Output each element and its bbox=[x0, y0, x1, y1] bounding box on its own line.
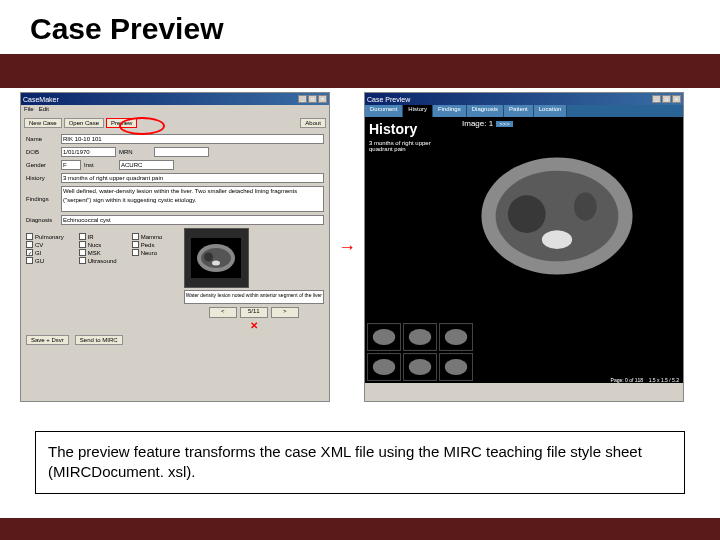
diagnosis-label: Diagnosis bbox=[26, 217, 58, 223]
ct-scan-main bbox=[462, 131, 652, 301]
tab-patient[interactable]: Patient bbox=[504, 105, 534, 117]
svg-point-10 bbox=[574, 192, 597, 220]
history-label: History bbox=[26, 175, 58, 181]
next-image-button[interactable]: > bbox=[271, 307, 299, 318]
history-column: History 3 months of right upper quadrant… bbox=[365, 117, 460, 321]
casemaker-window: CaseMaker _ □ × File Edit New Case Open … bbox=[20, 92, 330, 402]
close-button[interactable]: × bbox=[318, 95, 327, 103]
tab-history[interactable]: History bbox=[403, 105, 433, 117]
maximize-button[interactable]: □ bbox=[308, 95, 317, 103]
check-label: IR bbox=[88, 234, 94, 240]
check-label: Pulmonary bbox=[35, 234, 64, 240]
check-label: CV bbox=[35, 242, 43, 248]
slide-title: Case Preview bbox=[0, 0, 720, 54]
checkbox-nucs[interactable] bbox=[79, 241, 86, 248]
window-controls: _ □ × bbox=[652, 95, 681, 103]
page-info: Page: 0 of 118 1.5 x 1.5 / 5.2 bbox=[480, 377, 683, 383]
new-case-button[interactable]: New Case bbox=[24, 118, 62, 128]
checkbox-gi[interactable]: ✓ bbox=[26, 249, 33, 256]
checkbox-pulmonary[interactable] bbox=[26, 233, 33, 240]
right-titlebar: Case Preview _ □ × bbox=[365, 93, 683, 105]
send-mirc-button[interactable]: Send to MIRC bbox=[75, 335, 123, 345]
gender-label: Gender bbox=[26, 162, 58, 168]
preview-window: Case Preview _ □ × Document History Find… bbox=[364, 92, 684, 402]
prev-image-button[interactable]: < bbox=[209, 307, 237, 318]
menu-edit[interactable]: Edit bbox=[39, 106, 49, 112]
header-band bbox=[0, 54, 720, 88]
checkbox-mammo[interactable] bbox=[132, 233, 139, 240]
check-label: Ultrasound bbox=[88, 258, 117, 264]
check-label: Peds bbox=[141, 242, 155, 248]
strip-thumb[interactable] bbox=[439, 323, 473, 351]
check-label: Neuro bbox=[141, 250, 157, 256]
history-field[interactable]: 3 months of right upper quadrant pain bbox=[61, 173, 324, 183]
svg-point-3 bbox=[204, 253, 213, 262]
checkbox-msk[interactable] bbox=[79, 249, 86, 256]
mrn-field[interactable] bbox=[154, 147, 209, 157]
mrn-label: MRN bbox=[119, 149, 151, 155]
minimize-button[interactable]: _ bbox=[298, 95, 307, 103]
svg-point-14 bbox=[409, 329, 431, 345]
tab-diagnosis[interactable]: Diagnosis bbox=[467, 105, 504, 117]
checkbox-neuro[interactable] bbox=[132, 249, 139, 256]
strip-thumb[interactable] bbox=[367, 323, 401, 351]
preview-body: History 3 months of right upper quadrant… bbox=[365, 117, 683, 321]
check-col-1: Pulmonary CV ✓GI GU bbox=[26, 233, 64, 264]
open-case-button[interactable]: Open Case bbox=[64, 118, 104, 128]
inst-field[interactable]: ACURC bbox=[119, 160, 174, 170]
about-button[interactable]: About bbox=[300, 118, 326, 128]
caption-box: The preview feature transforms the case … bbox=[35, 431, 685, 494]
left-app-title: CaseMaker bbox=[23, 96, 59, 103]
menubar: File Edit bbox=[21, 105, 329, 115]
maximize-button[interactable]: □ bbox=[662, 95, 671, 103]
next-button[interactable]: >>> bbox=[496, 121, 513, 127]
svg-point-12 bbox=[373, 329, 395, 345]
diagnosis-field[interactable]: Echinococcal cyst bbox=[61, 215, 324, 225]
check-label: Mammo bbox=[141, 234, 163, 240]
right-app-title: Case Preview bbox=[367, 96, 410, 103]
image-thumbnail[interactable] bbox=[184, 228, 249, 288]
form-area: Name RIK 10-10 101 DOB 1/01/1970 MRN Gen… bbox=[21, 131, 329, 348]
checkbox-gu[interactable] bbox=[26, 257, 33, 264]
strip-thumb[interactable] bbox=[439, 353, 473, 381]
minimize-button[interactable]: _ bbox=[652, 95, 661, 103]
svg-point-8 bbox=[508, 195, 546, 233]
image-counter: 5/11 bbox=[240, 307, 268, 318]
checkbox-peds[interactable] bbox=[132, 241, 139, 248]
close-button[interactable]: × bbox=[672, 95, 681, 103]
name-field[interactable]: RIK 10-10 101 bbox=[61, 134, 324, 144]
checkbox-cv[interactable] bbox=[26, 241, 33, 248]
tab-location[interactable]: Location bbox=[534, 105, 568, 117]
inst-label: Inst bbox=[84, 162, 116, 168]
check-label: GI bbox=[35, 250, 41, 256]
toolbar: New Case Open Case Preview About bbox=[21, 115, 329, 131]
history-text: 3 months of right upper quadrant pain bbox=[369, 140, 456, 152]
checkbox-ultrasound[interactable] bbox=[79, 257, 86, 264]
dob-field[interactable]: 1/01/1970 bbox=[61, 147, 116, 157]
delete-icon[interactable]: ✕ bbox=[250, 320, 258, 331]
highlight-oval bbox=[119, 117, 165, 135]
svg-point-22 bbox=[445, 359, 467, 375]
thumb-area: Pulmonary CV ✓GI GU IR Nucs MSK Ultrasou… bbox=[26, 228, 324, 331]
image-label: Image: 1 bbox=[462, 119, 493, 128]
check-grid: Pulmonary CV ✓GI GU IR Nucs MSK Ultrasou… bbox=[26, 233, 181, 264]
tab-findings[interactable]: Findings bbox=[433, 105, 467, 117]
check-col-3: Mammo Peds Neuro bbox=[132, 233, 163, 264]
gender-field[interactable]: F bbox=[61, 160, 81, 170]
image-note[interactable]: Water density lesion noted within anteri… bbox=[184, 290, 324, 304]
checkbox-ir[interactable] bbox=[79, 233, 86, 240]
strip-thumb[interactable] bbox=[367, 353, 401, 381]
dob-label: DOB bbox=[26, 149, 58, 155]
main-area: CaseMaker _ □ × File Edit New Case Open … bbox=[0, 88, 720, 406]
save-button[interactable]: Save + Dsvr bbox=[26, 335, 69, 345]
tab-row: Document History Findings Diagnosis Pati… bbox=[365, 105, 683, 117]
menu-file[interactable]: File bbox=[24, 106, 34, 112]
strip-thumb[interactable] bbox=[403, 323, 437, 351]
strip-thumb[interactable] bbox=[403, 353, 437, 381]
check-label: GU bbox=[35, 258, 44, 264]
findings-field[interactable]: Well defined, water-density lesion withi… bbox=[61, 186, 324, 212]
tab-document[interactable]: Document bbox=[365, 105, 403, 117]
thumbnail-strip bbox=[365, 321, 480, 383]
svg-point-16 bbox=[445, 329, 467, 345]
window-controls: _ □ × bbox=[298, 95, 327, 103]
